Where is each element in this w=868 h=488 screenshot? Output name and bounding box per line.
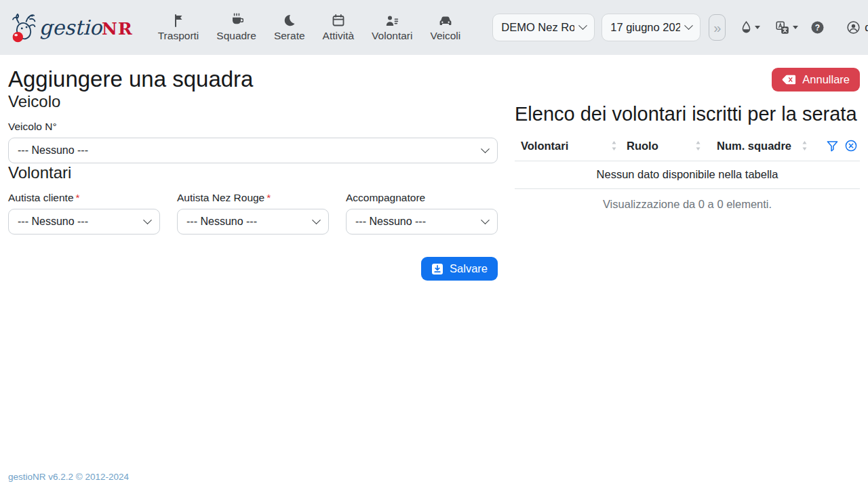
vehicle-select[interactable]: --- Nessuno ---	[8, 138, 498, 163]
footer-version-link[interactable]: gestioNR v6.2.2 © 2012-2024	[8, 472, 129, 482]
theme-dropdown[interactable]	[741, 21, 760, 34]
x-circle-icon[interactable]	[845, 140, 857, 152]
nav-item-serate[interactable]: Serate	[274, 13, 305, 42]
sort-arrows-icon	[611, 141, 617, 150]
chevron-down-icon	[578, 21, 587, 30]
double-chevron-right-icon: »	[713, 21, 721, 35]
column-header-ruolo[interactable]: Ruolo	[627, 140, 701, 152]
table-empty-message: Nessun dato disponibile nella tabella	[515, 161, 860, 189]
chevron-down-icon	[481, 216, 490, 224]
autista-cliente-select[interactable]: --- Nessuno ---	[8, 209, 160, 235]
person-circle-icon	[847, 21, 860, 34]
droplet-half-icon	[741, 21, 751, 34]
vehicle-select-value: --- Nessuno ---	[18, 144, 88, 157]
page-title: Aggiungere una squadra	[8, 66, 253, 92]
table-header-row: Volontari Ruolo Num. squadre	[515, 136, 860, 161]
accompagnatore-label: Accompagnatore	[346, 192, 498, 204]
save-icon	[431, 263, 443, 275]
sort-arrows-icon	[802, 141, 808, 150]
sort-arrows-icon	[695, 141, 701, 150]
section-heading-volontari: Volontari	[8, 163, 498, 182]
required-asterisk: *	[267, 192, 271, 203]
user-name: demo	[865, 21, 868, 34]
caret-down-icon	[755, 26, 760, 29]
language-dropdown[interactable]	[776, 21, 798, 35]
section-dropdown-value: DEMO Nez Rou	[501, 21, 574, 34]
volunteers-panel: Elenco dei volontari iscritti per la ser…	[515, 92, 860, 211]
nav-item-veicoli[interactable]: Veicoli	[430, 13, 460, 42]
nav-item-trasporti[interactable]: Trasporti	[158, 13, 199, 42]
chevron-down-icon	[143, 216, 152, 224]
nav-item-label: Veicoli	[430, 30, 460, 42]
cup-hot-icon	[230, 13, 243, 27]
backspace-icon	[782, 75, 796, 85]
column-header-volontari[interactable]: Volontari	[521, 140, 617, 152]
brand-text-gestio: gestio	[39, 16, 102, 39]
column-header-num-squadre[interactable]: Num. squadre	[717, 140, 808, 152]
chevron-down-icon	[312, 216, 321, 224]
filter-funnel-icon[interactable]	[827, 140, 838, 152]
save-button[interactable]: Salvare	[421, 257, 498, 281]
table-info-text: Visualizzazione da 0 a 0 elementi.	[515, 189, 860, 211]
app-logo[interactable]: gestio NR	[9, 12, 133, 43]
car-front-icon	[438, 13, 453, 27]
cancel-button[interactable]: Annullare	[772, 68, 860, 92]
section-heading-veicolo: Veicolo	[8, 92, 498, 111]
person-lines-icon	[385, 13, 399, 27]
required-asterisk: *	[76, 192, 80, 203]
nav-item-label: Attività	[323, 30, 355, 42]
footer: gestioNR v6.2.2 © 2012-2024	[8, 470, 129, 483]
help-button[interactable]: ?	[811, 21, 824, 34]
moon-icon	[283, 13, 296, 27]
chevron-down-icon	[684, 21, 693, 30]
autista-nez-rouge-select[interactable]: --- Nessuno ---	[177, 209, 329, 235]
cancel-button-label: Annullare	[802, 73, 850, 86]
user-menu[interactable]: demo	[847, 21, 868, 34]
signpost-icon	[172, 13, 185, 27]
autista-nez-rouge-label: Autista Nez Rouge*	[177, 192, 329, 204]
reindeer-logo-icon	[9, 12, 38, 43]
brand-text-nr: NR	[102, 19, 133, 39]
autista-cliente-label: Autista cliente*	[8, 192, 160, 204]
nav-item-attivita[interactable]: Attività	[323, 13, 355, 42]
translate-icon	[776, 21, 789, 35]
nav-item-label: Trasporti	[158, 30, 199, 42]
nav-item-label: Serate	[274, 30, 305, 42]
caret-down-icon	[793, 26, 798, 29]
nav-item-label: Squadre	[216, 30, 256, 42]
date-dropdown[interactable]: 17 giugno 2024	[601, 14, 701, 41]
nav-item-label: Volontari	[372, 30, 412, 42]
calendar-icon	[332, 13, 345, 27]
chevron-down-icon	[481, 144, 490, 153]
add-team-form: Veicolo Veicolo N° --- Nessuno --- Volon…	[8, 92, 498, 281]
save-button-label: Salvare	[450, 262, 488, 275]
top-navbar: gestio NR Trasporti Squadre	[0, 0, 868, 55]
section-dropdown[interactable]: DEMO Nez Rou	[492, 14, 595, 41]
accompagnatore-select[interactable]: --- Nessuno ---	[346, 209, 498, 235]
date-dropdown-value: 17 giugno 2024	[610, 21, 680, 34]
svg-text:?: ?	[815, 23, 820, 33]
vehicle-number-label: Veicolo N°	[8, 121, 498, 133]
nav-item-volontari[interactable]: Volontari	[372, 13, 412, 42]
question-circle-icon: ?	[811, 21, 824, 34]
next-date-button[interactable]: »	[709, 14, 726, 41]
nav-item-squadre[interactable]: Squadre	[216, 13, 256, 42]
volunteers-panel-title: Elenco dei volontari iscritti per la ser…	[515, 102, 860, 127]
